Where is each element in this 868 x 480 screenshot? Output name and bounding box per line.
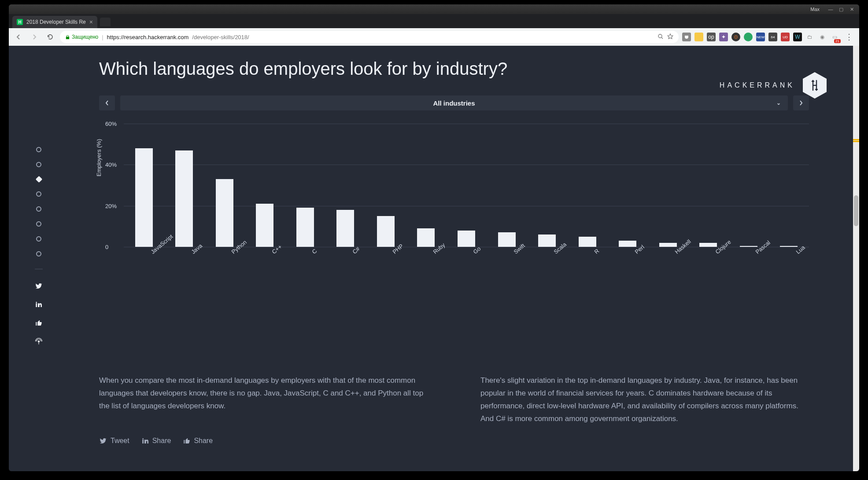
rail-twitter-icon[interactable] <box>34 282 43 290</box>
chevron-right-icon <box>799 100 803 106</box>
ext-folder-icon[interactable]: 🗀 <box>805 33 814 41</box>
chevron-left-icon <box>105 100 109 106</box>
chart-bar-slot: C# <box>325 124 366 247</box>
chart-gridline <box>124 247 809 247</box>
industry-dropdown[interactable]: All industries ⌄ <box>120 95 788 110</box>
back-button[interactable] <box>12 31 25 43</box>
ext-yellow-icon[interactable] <box>694 33 703 41</box>
chart-bar-slot: Swift <box>487 124 527 247</box>
tweet-button[interactable]: Tweet <box>99 437 129 445</box>
svg-point-0 <box>658 34 662 38</box>
page-scrollbar[interactable] <box>853 46 859 471</box>
chart-ytick: 60% <box>105 121 117 127</box>
section-nav-rail <box>34 147 43 346</box>
linkedin-share-label: Share <box>152 437 171 445</box>
svg-point-1 <box>38 341 40 343</box>
industry-next-button[interactable] <box>793 95 809 110</box>
chart-bar-slot: Haskell <box>648 124 688 247</box>
url-path: /developer-skills/2018/ <box>192 34 249 40</box>
ext-new-icon[interactable]: NEW <box>756 33 765 41</box>
linkedin-share-button[interactable]: Share <box>142 437 171 445</box>
chart-bar[interactable] <box>377 216 395 247</box>
scrollbar-thumb[interactable] <box>854 195 858 226</box>
ext-w-icon[interactable]: W <box>793 33 802 41</box>
chart-ytick: 40% <box>105 161 117 168</box>
section-dot-8[interactable] <box>36 251 41 256</box>
ext-devices-icon[interactable]: ▭21 <box>830 33 839 41</box>
window-maximize-button[interactable]: ▢ <box>836 6 846 13</box>
like-share-label: Share <box>194 437 213 445</box>
rail-separator <box>35 269 43 269</box>
reload-button[interactable] <box>44 31 56 43</box>
tweet-label: Tweet <box>111 437 129 445</box>
browser-tab-active[interactable]: H 2018 Developer Skills Re × <box>12 16 97 28</box>
section-dot-5[interactable] <box>36 206 41 212</box>
chart-bar-slot: C++ <box>245 124 285 247</box>
ext-badge: 21 <box>834 39 841 43</box>
window-minimize-button[interactable]: — <box>826 6 835 13</box>
chart-ytick: 0 <box>105 244 108 250</box>
tab-close-icon[interactable]: × <box>89 18 93 26</box>
section-dot-7[interactable] <box>36 236 41 242</box>
chevron-down-icon: ⌄ <box>776 100 781 106</box>
chart-bar-slot: Python <box>204 124 245 247</box>
chart-bar-slot: PHP <box>366 124 406 247</box>
section-dot-2[interactable] <box>36 162 41 167</box>
chart-bar-slot: Java <box>164 124 205 247</box>
chart-bar[interactable] <box>296 208 314 247</box>
window-titlebar: Max — ▢ ✕ <box>9 4 859 14</box>
star-icon[interactable] <box>667 33 673 41</box>
description-left: When you compare the most in-demand lang… <box>99 374 428 425</box>
chart-ylabel: Employers (%) <box>96 139 102 176</box>
section-dot-1[interactable] <box>36 147 41 152</box>
zoom-icon[interactable] <box>657 33 664 41</box>
window-close-button[interactable]: ✕ <box>847 6 857 13</box>
description-right: There's slight variation in the top in-d… <box>480 374 809 425</box>
tab-title: 2018 Developer Skills Re <box>26 19 86 25</box>
rail-podcast-icon[interactable] <box>34 337 43 346</box>
address-bar[interactable]: Защищено | https://research.hackerrank.c… <box>60 31 679 43</box>
section-dot-6[interactable] <box>36 221 41 227</box>
rail-linkedin-icon[interactable] <box>34 300 43 309</box>
like-share-button[interactable]: Share <box>183 437 213 445</box>
ext-grey1-icon[interactable]: ор <box>707 33 716 41</box>
industry-prev-button[interactable] <box>99 95 115 110</box>
scroll-mark <box>853 139 859 140</box>
new-tab-button[interactable] <box>100 18 111 26</box>
rail-like-icon[interactable] <box>34 319 43 327</box>
ext-red-icon[interactable]: UD <box>781 33 790 41</box>
chart-bar[interactable] <box>135 148 153 247</box>
chart-bar[interactable] <box>175 150 193 247</box>
chart-bar-slot: JavaScript <box>124 124 164 247</box>
chart-bar[interactable] <box>336 210 354 247</box>
chart-xtick: Lua <box>792 241 806 255</box>
chart-bar-slot: Perl <box>607 124 648 247</box>
forward-button[interactable] <box>28 31 41 43</box>
ext-purple-icon[interactable]: ✦ <box>719 33 728 41</box>
secure-label: Защищено <box>72 34 98 40</box>
ext-g4-icon[interactable]: 64 <box>768 33 777 41</box>
url-host: https://research.hackerrank.com <box>107 34 189 40</box>
window-user: Max <box>810 7 820 12</box>
chart-bar[interactable] <box>216 179 233 247</box>
ext-orange-ring-icon[interactable]: ⊝ <box>731 33 740 41</box>
chart-bar[interactable] <box>256 204 273 247</box>
browser-menu-button[interactable]: ⋮ <box>842 32 856 42</box>
ext-green-icon[interactable] <box>744 33 753 41</box>
page-title: Which languages do employers look for by… <box>99 59 809 79</box>
languages-chart: Employers (%) 020%40%60% JavaScriptJavaP… <box>99 124 809 291</box>
scroll-mark <box>853 141 859 142</box>
secure-indicator: Защищено <box>65 34 98 40</box>
ext-shield-icon[interactable]: ◉ <box>818 33 827 41</box>
section-dot-4[interactable] <box>36 191 41 197</box>
section-dot-3-active[interactable] <box>35 176 42 183</box>
browser-tabstrip: H 2018 Developer Skills Re × <box>9 14 859 28</box>
ext-pocket-icon[interactable] <box>682 33 691 41</box>
chart-bar-slot: R <box>567 124 608 247</box>
linkedin-icon <box>142 437 149 444</box>
thumbs-up-icon <box>183 437 190 444</box>
twitter-icon <box>99 437 107 445</box>
industry-selected: All industries <box>433 99 475 107</box>
extension-row: ор ✦ ⊝ NEW 64 UD W 🗀 ◉ ▭21 <box>682 33 839 41</box>
lock-icon <box>65 35 70 40</box>
